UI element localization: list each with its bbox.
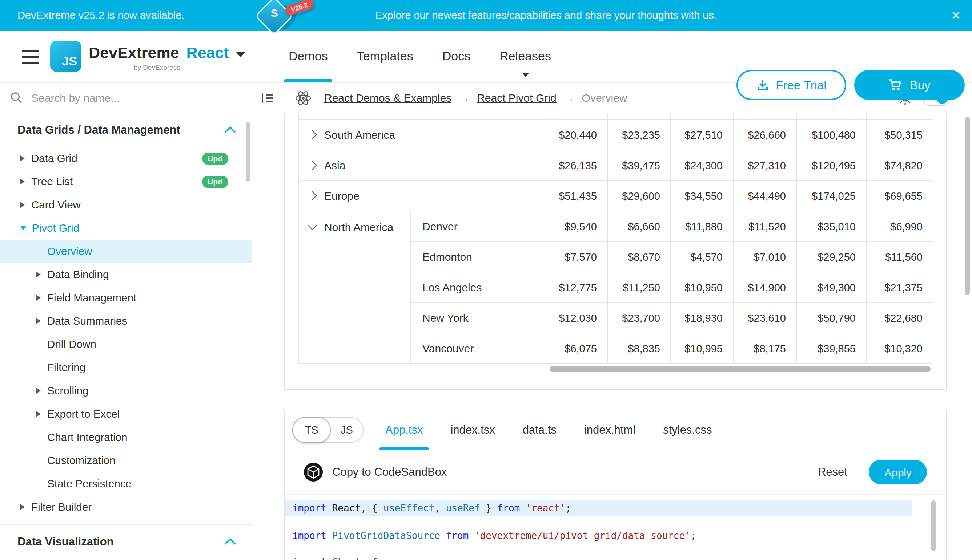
- item-label: Filter Builder: [31, 501, 92, 513]
- demo-list-toggle-icon[interactable]: [260, 91, 275, 104]
- sidebar-item-card-view[interactable]: Card View: [0, 193, 251, 217]
- breadcrumb-section-link[interactable]: React Pivot Grid: [477, 92, 556, 104]
- item-label: Pivot Grid: [32, 222, 79, 234]
- chevron-down-icon[interactable]: [236, 53, 245, 58]
- copy-to-codesandbox-label[interactable]: Copy to CodeSandBox: [332, 466, 447, 478]
- pivot-cell: $120,495: [797, 150, 867, 181]
- pivot-cell: $10,950: [671, 272, 734, 303]
- sidebar-item-export-to-excel[interactable]: Export to Excel: [0, 402, 251, 426]
- expand-arrow-icon: [20, 504, 25, 510]
- breadcrumb-separator: →: [459, 92, 470, 104]
- pivot-cell: $23,700: [608, 303, 671, 333]
- main-header: JS DevExtremeReact by DevExpress Demos T…: [0, 30, 972, 83]
- language-js[interactable]: JS: [331, 418, 363, 442]
- version-link[interactable]: DevExtreme v25.2: [17, 10, 104, 21]
- logo-text: JS: [62, 55, 77, 69]
- item-label: Tree List: [31, 176, 73, 187]
- brand-block[interactable]: DevExtremeReact by DevExpress: [89, 44, 245, 62]
- nav-demos[interactable]: Demos: [289, 30, 328, 82]
- pivot-row-header-asia[interactable]: Asia: [299, 150, 547, 181]
- sidebar-item-pivot-grid[interactable]: Pivot Grid: [0, 217, 251, 240]
- code-editor[interactable]: import React, { useEffect, useRef } from…: [285, 495, 946, 560]
- pivot-cell: $11,880: [671, 212, 734, 242]
- buy-button[interactable]: Buy: [854, 70, 965, 100]
- sidebar-item-field-management[interactable]: Field Management: [0, 286, 251, 309]
- sidebar-section-data-grids[interactable]: Data Grids / Data Management: [0, 113, 251, 147]
- free-trial-label: Free Trial: [776, 78, 826, 92]
- free-trial-button[interactable]: Free Trial: [736, 70, 846, 100]
- apply-button[interactable]: Apply: [869, 460, 927, 485]
- tab-data-ts[interactable]: data.ts: [523, 410, 557, 450]
- sidebar-item-data-grid[interactable]: Data GridUpd: [0, 147, 251, 170]
- pivot-cell: $6,660: [608, 212, 671, 242]
- row-label: South America: [324, 128, 395, 141]
- cart-icon: [889, 78, 903, 92]
- download-icon: [756, 78, 769, 92]
- sidebar-scrollbar[interactable]: [246, 122, 250, 182]
- share-thoughts-link[interactable]: share your thoughts: [585, 10, 678, 21]
- react-icon: [295, 90, 311, 106]
- pivot-row-header-south-america[interactable]: South America: [299, 120, 547, 150]
- language-ts[interactable]: TS: [292, 417, 331, 443]
- pivot-cell: $23,610: [734, 303, 797, 333]
- pivot-cell: $69,655: [867, 181, 934, 212]
- pivot-city-new-york: New York: [411, 303, 547, 333]
- expand-chevron-icon[interactable]: [308, 130, 316, 139]
- sidebar-item-scrolling[interactable]: Scrolling: [0, 379, 251, 402]
- item-label: Card View: [31, 199, 81, 211]
- banner-message-pre: Explore our newest features/capabilities…: [375, 10, 585, 21]
- pivot-horizontal-scrollbar[interactable]: [550, 366, 930, 372]
- demo-preview-card: South America $20,440 $23,235 $27,510 $2…: [284, 113, 947, 390]
- sidebar-item-filtering[interactable]: Filtering: [0, 356, 251, 379]
- devextreme-logo[interactable]: JS: [50, 41, 82, 72]
- codesandbox-icon[interactable]: [304, 463, 323, 482]
- tab-index-tsx[interactable]: index.tsx: [450, 410, 495, 450]
- expand-arrow-icon: [36, 411, 41, 417]
- expand-chevron-icon[interactable]: [308, 160, 316, 170]
- sidebar-item-overview[interactable]: Overview: [0, 240, 251, 263]
- tab-app-tsx[interactable]: App.tsx: [385, 410, 423, 450]
- sidebar-item-state-persistence[interactable]: State Persistence: [0, 472, 251, 495]
- pivot-cell: $23,235: [608, 120, 671, 150]
- pivot-cell: $11,560: [867, 242, 934, 272]
- sidebar-item-chart-integration[interactable]: Chart Integration: [0, 426, 251, 449]
- sidebar-section-data-visualization[interactable]: Data Visualization: [0, 524, 251, 558]
- devextreme-demos-page: DevExtreme v25.2 is now available. S V25…: [0, 0, 972, 560]
- breadcrumb-root-link[interactable]: React Demos & Examples: [324, 92, 452, 104]
- pivot-cell: $10,995: [671, 333, 734, 364]
- pivot-city-edmonton: Edmonton: [411, 242, 547, 272]
- search-input[interactable]: [30, 90, 241, 104]
- sidebar-search: [0, 82, 251, 113]
- pivot-cell: $49,300: [797, 272, 867, 303]
- pivot-clipped-row-header: [299, 113, 547, 120]
- demo-sidebar: Data Grids / Data Management Data GridUp…: [0, 82, 252, 560]
- sidebar-item-filter-builder[interactable]: Filter Builder: [0, 495, 251, 518]
- sidebar-item-data-binding[interactable]: Data Binding: [0, 263, 251, 286]
- reset-button[interactable]: Reset: [818, 466, 847, 478]
- nav-releases[interactable]: Releases: [499, 30, 551, 82]
- collapse-chevron-icon[interactable]: [308, 221, 316, 230]
- menu-icon[interactable]: [22, 50, 39, 68]
- framework-name[interactable]: React: [186, 44, 229, 62]
- pivot-row-header-north-america[interactable]: North America: [299, 212, 411, 364]
- nav-templates[interactable]: Templates: [357, 30, 413, 82]
- sidebar-item-customization[interactable]: Customization: [0, 449, 251, 472]
- expand-chevron-icon[interactable]: [308, 191, 316, 200]
- close-icon[interactable]: ×: [951, 0, 960, 30]
- page-scrollbar[interactable]: [965, 117, 970, 295]
- pivot-row-header-europe[interactable]: Europe: [299, 181, 547, 212]
- pivot-cell: $27,510: [671, 120, 734, 150]
- item-label: Field Management: [47, 292, 136, 303]
- nav-docs[interactable]: Docs: [442, 30, 470, 82]
- pivot-city-denver: Denver: [411, 212, 547, 242]
- row-label: Asia: [324, 159, 345, 172]
- code-scrollbar[interactable]: [931, 500, 936, 551]
- sidebar-item-drill-down[interactable]: Drill Down: [0, 333, 251, 356]
- row-label: North America: [324, 221, 393, 233]
- sidebar-item-data-summaries[interactable]: Data Summaries: [0, 309, 251, 333]
- tab-styles-css[interactable]: styles.css: [663, 410, 712, 450]
- tab-index-html[interactable]: index.html: [584, 410, 636, 450]
- sidebar-item-tree-list[interactable]: Tree ListUpd: [0, 170, 251, 193]
- pivot-grid-table: South America $20,440 $23,235 $27,510 $2…: [298, 113, 934, 364]
- language-toggle[interactable]: TS JS: [292, 417, 363, 443]
